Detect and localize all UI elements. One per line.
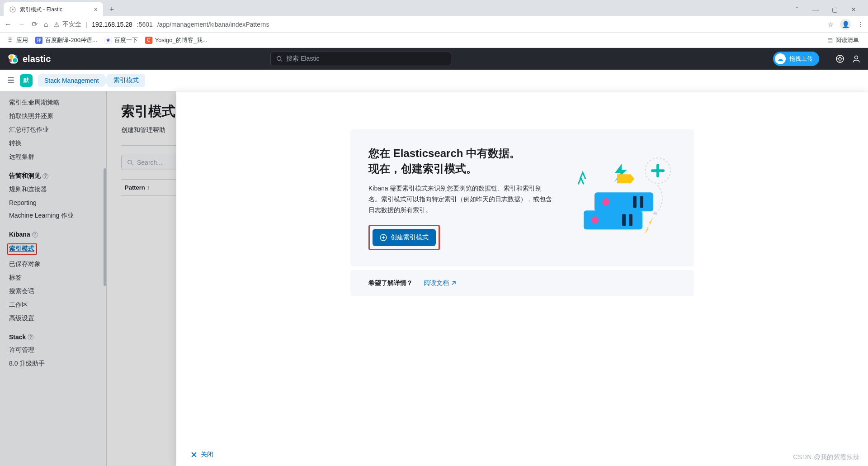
sidebar-item[interactable]: 许可管理 xyxy=(9,343,106,357)
illustration xyxy=(567,146,676,250)
sidebar-item[interactable]: 索引生命周期策略 xyxy=(9,96,106,109)
breadcrumb-bar: ☰ 默 Stack Management 索引模式 xyxy=(0,70,868,91)
external-link-icon xyxy=(451,281,456,286)
sidebar-item[interactable]: 转换 xyxy=(9,137,106,150)
col-pattern[interactable]: Pattern xyxy=(125,184,145,191)
search-icon xyxy=(127,159,133,166)
sidebar-item[interactable]: 8.0 升级助手 xyxy=(9,357,106,371)
sidebar-item[interactable]: 拍取快照并还原 xyxy=(9,109,106,123)
flyout-footer: 关闭 xyxy=(176,443,868,466)
maximize-icon[interactable]: ▢ xyxy=(829,6,840,13)
address-right: ☆ 👤 ⋮ xyxy=(828,19,863,30)
svg-point-24 xyxy=(591,216,599,223)
tab-close-icon[interactable]: × xyxy=(94,6,98,13)
tab-strip: 索引模式 - Elastic × + ˅ — ▢ ✕ xyxy=(0,0,868,16)
svg-point-4 xyxy=(277,57,281,61)
sidebar-item[interactable]: 汇总/打包作业 xyxy=(9,123,106,137)
read-docs-link[interactable]: 阅读文档 xyxy=(424,279,456,287)
url-bar[interactable]: ⚠ 不安全 | 192.168.15.28:5601/app/managemen… xyxy=(54,20,822,29)
reading-list[interactable]: ▤ 阅读清单 xyxy=(827,36,862,44)
highlight-annotation: 索引模式 xyxy=(7,243,37,255)
crumb-index-patterns[interactable]: 索引模式 xyxy=(104,74,145,87)
sidebar-item[interactable]: 已保存对象 xyxy=(9,257,106,271)
home-icon[interactable]: ⌂ xyxy=(44,20,48,29)
browser-chrome: 索引模式 - Elastic × + ˅ — ▢ ✕ ← → ⟳ ⌂ ⚠ 不安全… xyxy=(0,0,868,48)
user-avatar-icon[interactable] xyxy=(852,54,861,63)
bookmarks-bar: ⠿ 应用 译 百度翻译-200种语... ❀ 百度一下 C Yosigo_的博客… xyxy=(0,33,868,48)
nav-toggle-icon[interactable]: ☰ xyxy=(7,76,14,86)
sort-asc-icon[interactable]: ↑ xyxy=(147,184,150,191)
browser-tab[interactable]: 索引模式 - Elastic × xyxy=(4,2,103,17)
back-icon[interactable]: ← xyxy=(5,20,12,29)
svg-point-3 xyxy=(13,58,17,62)
sidebar-item[interactable]: Reporting xyxy=(9,196,106,209)
info-icon[interactable]: ? xyxy=(32,232,38,238)
elastic-header: elastic 搜索 Elastic ☁ 拖拽上传 xyxy=(0,48,868,70)
search-icon xyxy=(276,56,283,62)
apps-grid-icon: ⠿ xyxy=(6,37,14,44)
upload-badge[interactable]: ☁ 拖拽上传 xyxy=(773,52,819,66)
space-badge[interactable]: 默 xyxy=(20,74,33,87)
sidebar-section-alerts: 告警和洞见 ? xyxy=(9,164,106,183)
crumb-stack-management[interactable]: Stack Management xyxy=(38,74,108,87)
sidebar-item[interactable]: 标签 xyxy=(9,271,106,285)
help-icon[interactable] xyxy=(835,54,844,63)
bookmark-yosigo[interactable]: C Yosigo_的博客_我... xyxy=(145,36,208,44)
svg-line-5 xyxy=(281,60,283,62)
header-icons xyxy=(835,54,861,63)
svg-rect-26 xyxy=(629,214,632,226)
sidebar-item-index-patterns[interactable]: 索引模式 xyxy=(9,241,106,257)
close-icon[interactable] xyxy=(191,452,197,458)
sidebar-item[interactable]: 高级设置 xyxy=(9,312,106,325)
flyout-body: 您在 Elasticsearch 中有数据。 现在，创建索引模式。 Kibana… xyxy=(176,91,868,443)
not-secure-label: 不安全 xyxy=(62,20,81,29)
bookmark-apps[interactable]: ⠿ 应用 xyxy=(6,36,28,44)
brand-text: elastic xyxy=(23,54,51,64)
url-separator: | xyxy=(86,21,88,28)
create-index-pattern-button[interactable]: 创建索引模式 xyxy=(373,229,436,246)
sidebar-item[interactable]: 远程集群 xyxy=(9,150,106,164)
sidebar-item[interactable]: 工作区 xyxy=(9,298,106,312)
sidebar-item[interactable]: 规则和连接器 xyxy=(9,183,106,196)
svg-point-2 xyxy=(9,55,13,59)
scrollbar-thumb[interactable] xyxy=(104,168,106,286)
close-button[interactable]: 关闭 xyxy=(201,451,213,459)
card-description: Kibana 需要索引模式来识别您要浏览的数据链、索引和索引别名。索引模式可以指… xyxy=(368,183,553,215)
elastic-logo[interactable]: elastic xyxy=(7,53,51,65)
svg-point-7 xyxy=(839,57,841,60)
plus-circle-icon xyxy=(380,234,387,241)
bookmark-baidu[interactable]: ❀ 百度一下 xyxy=(104,36,138,44)
sidebar: 索引生命周期策略 拍取快照并还原 汇总/打包作业 转换 远程集群 告警和洞见 ?… xyxy=(0,91,107,466)
svg-point-1 xyxy=(12,9,14,10)
search-placeholder: Search... xyxy=(137,159,162,166)
chevron-down-icon[interactable]: ˅ xyxy=(791,6,802,13)
info-icon[interactable]: ? xyxy=(28,334,33,340)
create-index-pattern-flyout: 您在 Elasticsearch 中有数据。 现在，创建索引模式。 Kibana… xyxy=(176,91,868,466)
warning-icon: ⚠ xyxy=(54,21,60,28)
new-tab-button[interactable]: + xyxy=(107,5,117,14)
breadcrumb: Stack Management 索引模式 xyxy=(38,74,145,87)
upload-label: 拖拽上传 xyxy=(789,55,813,63)
sidebar-item[interactable]: Machine Learning 作业 xyxy=(9,209,106,223)
star-icon[interactable]: ☆ xyxy=(828,21,834,28)
sidebar-item[interactable]: 搜索会话 xyxy=(9,285,106,298)
kebab-menu-icon[interactable]: ⋮ xyxy=(857,21,863,28)
url-host: 192.168.15.28 xyxy=(92,21,132,28)
translate-icon: 译 xyxy=(35,37,42,44)
highlight-annotation: 创建索引模式 xyxy=(368,225,440,250)
baidu-icon: ❀ xyxy=(104,37,112,44)
elastic-favicon-icon xyxy=(9,6,16,13)
url-path: /app/management/kibana/indexPatterns xyxy=(157,21,269,28)
svg-rect-21 xyxy=(633,196,637,208)
bookmark-baidu-translate[interactable]: 译 百度翻译-200种语... xyxy=(35,36,97,44)
global-search-input[interactable]: 搜索 Elastic xyxy=(270,52,451,66)
close-window-icon[interactable]: ✕ xyxy=(848,6,859,13)
minimize-icon[interactable]: — xyxy=(810,6,821,13)
reload-icon[interactable]: ⟳ xyxy=(32,20,38,29)
forward-icon[interactable]: → xyxy=(18,20,25,29)
elastic-logo-icon xyxy=(7,53,19,65)
info-icon[interactable]: ? xyxy=(42,173,48,179)
svg-rect-25 xyxy=(622,214,626,226)
profile-icon[interactable]: 👤 xyxy=(840,19,851,30)
not-secure-badge[interactable]: ⚠ 不安全 xyxy=(54,20,81,29)
